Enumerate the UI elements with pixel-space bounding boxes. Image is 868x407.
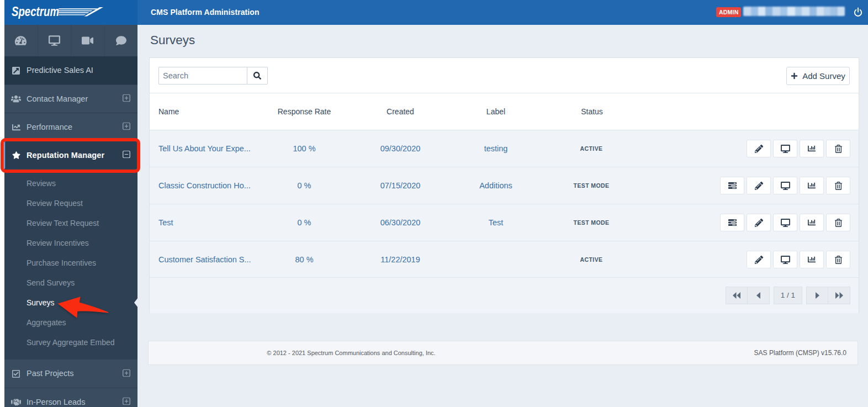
svg-text:Spectrum: Spectrum bbox=[12, 4, 59, 19]
